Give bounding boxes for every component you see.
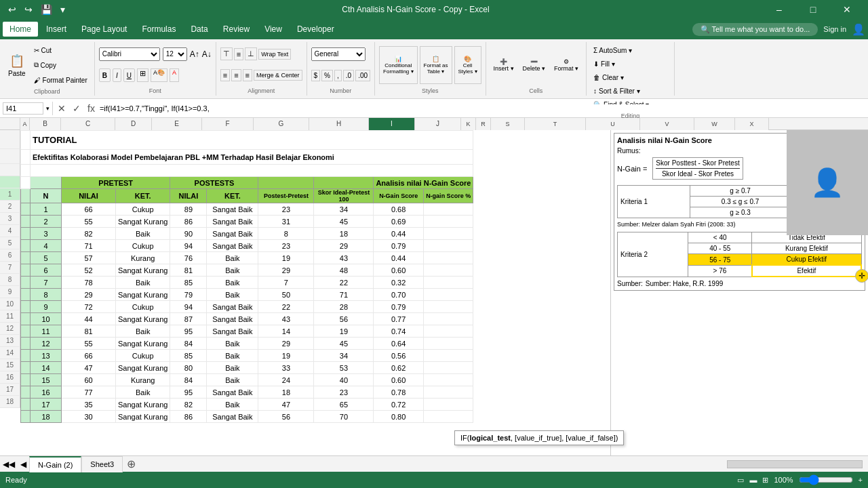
cell[interactable]: 50	[258, 289, 314, 301]
cell[interactable]: 0.74	[374, 325, 424, 338]
cell[interactable]	[21, 313, 31, 325]
cell[interactable]: 79	[170, 289, 207, 301]
cell[interactable]: 1	[31, 203, 62, 216]
cell[interactable]: Sangat Kurang	[116, 264, 170, 277]
cell[interactable]: 45	[314, 216, 374, 228]
cell[interactable]: 0.77	[374, 313, 424, 325]
cell[interactable]	[423, 313, 473, 325]
menu-insert[interactable]: Insert	[39, 22, 73, 37]
cell[interactable]: 48	[314, 264, 374, 277]
fill-button[interactable]: ⬇ Fill ▾	[591, 57, 618, 70]
cell[interactable]: 78	[62, 277, 116, 289]
header-ngain[interactable]: N-Gain Score	[374, 189, 424, 203]
cell[interactable]: Sangat Kurang	[116, 411, 170, 423]
cell[interactable]: 23	[314, 386, 374, 399]
cell[interactable]: 72	[62, 301, 116, 313]
underline-button[interactable]: U	[123, 68, 135, 82]
cell-a1[interactable]	[21, 131, 31, 150]
cell[interactable]: Cukup	[116, 203, 170, 216]
cell[interactable]: 12	[31, 338, 62, 350]
cell[interactable]: Baik	[207, 350, 258, 362]
cell[interactable]: 85	[170, 277, 207, 289]
cell[interactable]	[423, 252, 473, 264]
cell[interactable]: 84	[170, 374, 207, 386]
align-middle-button[interactable]: ≡	[234, 48, 243, 60]
decrease-decimal-button[interactable]: .0	[343, 70, 354, 81]
cell[interactable]: 0.56	[374, 350, 424, 362]
menu-review[interactable]: Review	[216, 22, 256, 37]
cell[interactable]: Baik	[116, 325, 170, 338]
cell[interactable]: 0.44	[374, 252, 424, 264]
number-format-select[interactable]: General	[311, 47, 366, 61]
cell[interactable]	[21, 216, 31, 228]
cell[interactable]: 45	[314, 338, 374, 350]
sign-in-button[interactable]: Sign in	[823, 25, 846, 33]
cell[interactable]: 0.32	[374, 277, 424, 289]
cell[interactable]: 0.69	[374, 216, 424, 228]
col-header-x[interactable]: X	[735, 118, 769, 130]
cell[interactable]: 29	[62, 289, 116, 301]
insert-cells-button[interactable]: ➕ Insert ▾	[490, 46, 517, 84]
cell[interactable]: 8	[258, 228, 314, 240]
cell[interactable]: Baik	[207, 289, 258, 301]
cell[interactable]: Sangat Baik	[207, 411, 258, 423]
cell[interactable]: Sangat Kurang	[116, 289, 170, 301]
cell[interactable]: Baik	[207, 264, 258, 277]
comma-button[interactable]: ,	[334, 70, 342, 81]
scroll-left-button[interactable]: ◀	[18, 460, 29, 469]
cell[interactable]: 0.68	[374, 203, 424, 216]
col-header-b[interactable]: B	[30, 118, 61, 130]
menu-home[interactable]: Home	[3, 22, 38, 37]
col-header-g[interactable]: G	[254, 118, 309, 130]
cell[interactable]: Baik	[116, 277, 170, 289]
cell[interactable]: 0.72	[374, 399, 424, 411]
font-shrink-button[interactable]: A↓	[202, 49, 212, 59]
cell[interactable]: 24	[258, 374, 314, 386]
menu-view[interactable]: View	[258, 22, 289, 37]
cell[interactable]: 0.44	[374, 228, 424, 240]
col-header-d[interactable]: D	[115, 118, 152, 130]
cell[interactable]	[423, 399, 473, 411]
cell[interactable]: 19	[258, 350, 314, 362]
format-as-table-button[interactable]: 📋 Format asTable ▾	[420, 46, 452, 84]
cell[interactable]: Kurang	[116, 374, 170, 386]
cell[interactable]	[21, 362, 31, 374]
cell[interactable]: 81	[170, 264, 207, 277]
cell[interactable]: 0.79	[374, 240, 424, 252]
cell[interactable]: 0.60	[374, 374, 424, 386]
zoom-plus[interactable]: +	[859, 476, 863, 484]
cell-g4[interactable]	[258, 177, 314, 189]
menu-data[interactable]: Data	[184, 22, 214, 37]
clear-button[interactable]: 🗑 Clear ▾	[591, 70, 627, 84]
view-page-layout-button[interactable]: ▬	[749, 476, 757, 484]
undo-button[interactable]: ↩	[5, 3, 19, 16]
cell[interactable]: Baik	[207, 362, 258, 374]
cell-a2[interactable]	[21, 150, 31, 165]
font-family-select[interactable]: Calibri	[99, 47, 160, 61]
cell[interactable]: 71	[62, 240, 116, 252]
cell[interactable]: 0.64	[374, 338, 424, 350]
pretest-header-cell[interactable]: PRETEST	[62, 177, 170, 189]
col-header-u[interactable]: U	[586, 118, 640, 130]
increase-decimal-button[interactable]: .00	[355, 70, 370, 81]
cell[interactable]: 52	[62, 264, 116, 277]
copy-button[interactable]: ⧉ Copy	[31, 58, 90, 72]
cell[interactable]: Cukup	[116, 301, 170, 313]
wrap-text-button[interactable]: Wrap Text	[258, 49, 291, 60]
cell[interactable]: Cukup	[116, 350, 170, 362]
cell[interactable]: 87	[170, 313, 207, 325]
close-button[interactable]: ✕	[831, 0, 863, 19]
redo-button[interactable]: ↪	[22, 3, 35, 16]
header-n[interactable]: N	[31, 189, 62, 203]
autosum-button[interactable]: Σ AutoSum ▾	[591, 43, 635, 57]
cell[interactable]	[21, 277, 31, 289]
cell[interactable]: 56	[258, 411, 314, 423]
cell[interactable]: 40	[314, 374, 374, 386]
col-header-s[interactable]: S	[491, 118, 525, 130]
cell[interactable]: 29	[258, 338, 314, 350]
col-header-i[interactable]: I	[369, 118, 415, 130]
cell[interactable]: 33	[258, 362, 314, 374]
cell[interactable]: Sangat Kurang	[116, 338, 170, 350]
cell[interactable]: 29	[258, 264, 314, 277]
sort-filter-button[interactable]: ↕ Sort & Filter ▾	[591, 84, 643, 98]
